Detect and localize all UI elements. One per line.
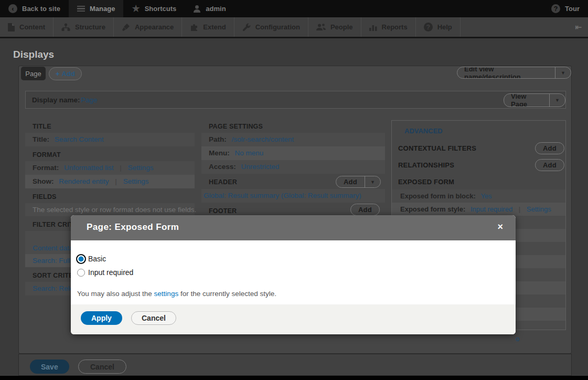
relationships-add-button[interactable]: Add (535, 159, 564, 171)
exposed-style-value-link[interactable]: Input required (471, 205, 512, 213)
admin-toolbar: ‹ Back to site Manage ★ Shortcuts admin … (0, 0, 588, 17)
save-button[interactable]: Save (30, 360, 69, 374)
exposed-form-style-row: Exposed form style: Input required | Set… (392, 203, 565, 216)
close-icon[interactable]: × (497, 222, 503, 231)
modal-body: Basic Input required You may also adjust… (71, 240, 516, 304)
exposed-style-settings-link[interactable]: Settings (527, 205, 551, 213)
tour-help-icon: ? (551, 4, 560, 13)
footer-add-label: Add (351, 204, 379, 215)
note-text-after: for the currently selected style. (178, 290, 276, 298)
exposed-form-modal: Page: Exposed Form × Basic Input require… (71, 215, 516, 334)
header-add-button[interactable]: Add ▼ (336, 176, 381, 188)
menu-item-reports[interactable]: Reports (361, 17, 416, 37)
chevron-down-icon[interactable]: ▼ (365, 176, 380, 187)
title-value-link[interactable]: Search Content (55, 135, 104, 143)
modal-title: Page: Exposed Form (87, 222, 179, 233)
relationships-add-label: Add (536, 160, 564, 171)
menu-row: Menu: No menu (201, 146, 385, 160)
header-global-row: Global: Result summary (Global: Result s… (201, 189, 385, 203)
form-actions-bar: Save Cancel (18, 354, 572, 376)
contextual-filters-label: CONTEXTUAL FILTERS (398, 144, 476, 152)
edit-view-name-button[interactable]: Edit view name/description ▼ (457, 67, 571, 79)
footer-add-button[interactable]: Add (350, 204, 380, 216)
people-label: People (330, 23, 353, 31)
shortcuts-label: Shortcuts (145, 5, 177, 13)
show-value-link[interactable]: Rendered entity (59, 177, 109, 185)
path-label: Path: (209, 135, 227, 143)
menu-item-help[interactable]: ? Help (416, 17, 461, 37)
manage-label: Manage (90, 5, 115, 13)
menu-item-configuration[interactable]: Configuration (234, 17, 308, 37)
header-heading-label[interactable]: HEADER (209, 178, 237, 186)
format-row: Format: Unformatted list | Settings (25, 161, 195, 175)
chevron-down-icon[interactable]: ▼ (549, 94, 565, 107)
title-label: Title: (33, 135, 49, 143)
back-arrow-icon: ‹ (8, 4, 17, 13)
menu-value-link[interactable]: No menu (235, 149, 264, 157)
reports-label: Reports (382, 23, 408, 31)
tour-button[interactable]: ? Tour (543, 0, 588, 17)
partial-hidden-link[interactable]: o (516, 335, 519, 343)
advanced-toggle[interactable]: ADVANCED (392, 121, 565, 140)
radio-option-basic[interactable]: Basic (77, 253, 516, 265)
back-to-site-label: Back to site (22, 5, 60, 13)
access-label: Access: (209, 163, 236, 171)
modal-cancel-button[interactable]: Cancel (131, 311, 176, 325)
back-to-site-link[interactable]: ‹ Back to site (0, 0, 69, 17)
menu-item-structure[interactable]: Structure (54, 17, 114, 37)
footer-heading-label[interactable]: FOOTER (209, 207, 237, 215)
apply-button[interactable]: Apply (81, 311, 122, 325)
format-label: Format: (33, 164, 59, 172)
exposed-block-value-link[interactable]: Yes (480, 192, 491, 200)
fields-note: The selected style or row format does no… (25, 203, 195, 216)
admin-label: admin (206, 5, 226, 13)
plus-icon: + (56, 70, 60, 78)
title-section-heading[interactable]: TITLE (25, 119, 195, 133)
cancel-button[interactable]: Cancel (78, 360, 126, 374)
modal-header[interactable]: Page: Exposed Form × (71, 215, 516, 240)
exposed-form-block-row: Exposed form in block: Yes (392, 189, 565, 203)
menu-item-extend[interactable]: Extend (182, 17, 234, 37)
radio-input-required-input[interactable] (77, 269, 85, 277)
menu-item-people[interactable]: People (308, 17, 361, 37)
column-second: PAGE SETTINGS Path: /solr-search/content… (201, 119, 385, 217)
radio-option-input-required[interactable]: Input required (77, 267, 516, 278)
title-row: Title: Search Content (25, 133, 195, 146)
access-value-link[interactable]: Unrestricted (241, 163, 280, 171)
menu-item-appearance[interactable]: Appearance (114, 17, 182, 37)
add-display-button[interactable]: + Add (49, 67, 82, 80)
display-name-link[interactable]: Page (81, 96, 98, 104)
exposed-block-label: Exposed form in block: (400, 192, 476, 200)
admin-menu-tray: Content Structure Appearance Extend Conf… (0, 17, 588, 38)
fields-section-heading[interactable]: FIELDS (25, 188, 195, 203)
relationships-row: RELATIONSHIPS Add (392, 157, 565, 174)
radio-input-required-label: Input required (88, 268, 133, 277)
show-label: Show: (33, 177, 54, 185)
header-result-summary-link[interactable]: Global: Result summary (Global: Result s… (204, 192, 361, 199)
hamburger-icon (77, 6, 85, 12)
admin-user-tab[interactable]: admin (185, 0, 234, 17)
add-display-label: Add (62, 70, 75, 78)
show-settings-link[interactable]: Settings (123, 177, 149, 185)
toolbar-orientation-toggle-icon[interactable]: ⇤ (569, 17, 588, 37)
settings-link[interactable]: settings (154, 290, 179, 298)
view-page-button[interactable]: View Page ▼ (504, 93, 565, 107)
relationships-label: RELATIONSHIPS (398, 161, 454, 169)
display-name-bar: Display name: Page View Page ▼ (25, 91, 566, 109)
paintbrush-icon (122, 23, 130, 31)
display-tab-page[interactable]: Page (21, 67, 46, 80)
format-settings-link[interactable]: Settings (128, 164, 154, 172)
modal-footer: Apply Cancel (71, 304, 516, 334)
menu-item-content[interactable]: Content (0, 17, 54, 37)
contextual-add-label: Add (536, 143, 564, 154)
chevron-down-icon[interactable]: ▼ (555, 67, 571, 78)
format-value-link[interactable]: Unformatted list (64, 164, 114, 172)
puzzle-icon (190, 23, 198, 31)
contextual-filters-add-button[interactable]: Add (535, 142, 564, 154)
manage-tab[interactable]: Manage (69, 0, 123, 17)
radio-basic-input[interactable] (76, 254, 86, 264)
shortcuts-tab[interactable]: ★ Shortcuts (123, 0, 185, 17)
page-title: Displays (13, 49, 54, 60)
path-value-link[interactable]: /solr-search/content (232, 135, 294, 143)
format-section-heading[interactable]: FORMAT (25, 146, 195, 161)
